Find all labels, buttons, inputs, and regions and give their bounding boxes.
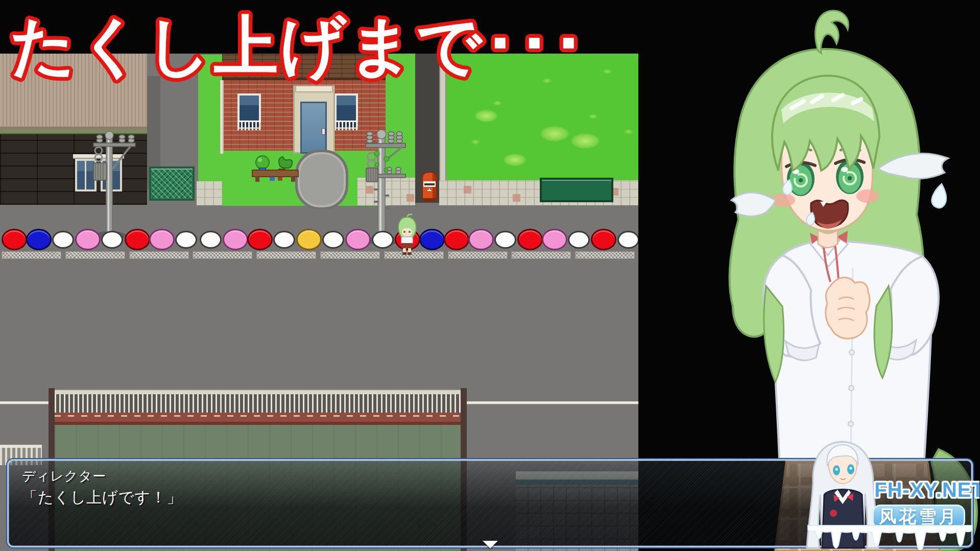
street-item-red — [247, 229, 273, 250]
street-item-pink — [75, 229, 101, 250]
street-item-white — [568, 231, 590, 249]
street-item-white — [52, 231, 74, 249]
street-item-pink — [149, 229, 175, 250]
postbox — [420, 171, 439, 203]
street-item-red — [517, 229, 543, 250]
curb-segment — [129, 251, 189, 259]
street-item-white — [322, 231, 344, 249]
street-item-red — [2, 229, 27, 250]
curb-segment — [575, 251, 635, 259]
school-red-band — [55, 413, 461, 425]
dashed-line — [55, 415, 461, 417]
street-item-blue — [419, 229, 445, 250]
watermark-site: FH-XY.NET — [871, 474, 979, 504]
street-item-blue — [26, 229, 52, 250]
street-item-white — [200, 231, 222, 249]
street-item-white — [101, 231, 123, 249]
dialogue-speaker: ディレクター — [22, 467, 106, 485]
curb-segment — [2, 251, 61, 259]
street-item-red — [591, 229, 616, 250]
snow-shape — [808, 525, 972, 550]
street-item-pink — [223, 229, 248, 250]
curb-segment — [320, 251, 380, 259]
watermark: FH-XY.NET 风花雪月 — [801, 436, 980, 551]
heroine-hands — [826, 277, 870, 339]
snow-drip — [807, 524, 973, 550]
curb-segment — [193, 251, 252, 259]
heroine-ahoge — [815, 11, 848, 53]
street-item-white — [273, 231, 295, 249]
street-item-red — [125, 229, 150, 250]
player-sprite — [396, 213, 418, 257]
curb-segment — [65, 251, 125, 259]
street-item-pink — [468, 229, 494, 250]
street-item-white — [617, 231, 639, 249]
curb-segment — [511, 251, 571, 259]
street-item-white — [494, 231, 516, 249]
telephone-pole — [89, 129, 146, 242]
street-item-white — [175, 231, 197, 249]
street-item-white — [372, 231, 394, 249]
school-roof-railing — [55, 394, 461, 413]
sweat-drop — [931, 184, 946, 208]
dialogue-text: 「たくし上げです！」 — [22, 487, 182, 508]
school-roof-frame — [55, 389, 461, 394]
street-item-pink — [542, 229, 567, 250]
mascot-emblem — [830, 510, 837, 517]
power-line — [467, 401, 638, 404]
heroine-blush — [856, 189, 879, 203]
game-window[interactable]: ディレクター 「たくし上げです！」 FH-XY.NET 风花雪月 — [0, 0, 980, 551]
curb-segment — [448, 251, 508, 259]
dialogue-continue-icon[interactable] — [483, 541, 498, 548]
street-item-yellow — [296, 229, 322, 250]
power-line — [0, 401, 49, 404]
street-item-red — [444, 229, 469, 250]
watermark-site-text: FH-XY.NET — [874, 478, 979, 501]
curb-segment — [256, 251, 316, 259]
